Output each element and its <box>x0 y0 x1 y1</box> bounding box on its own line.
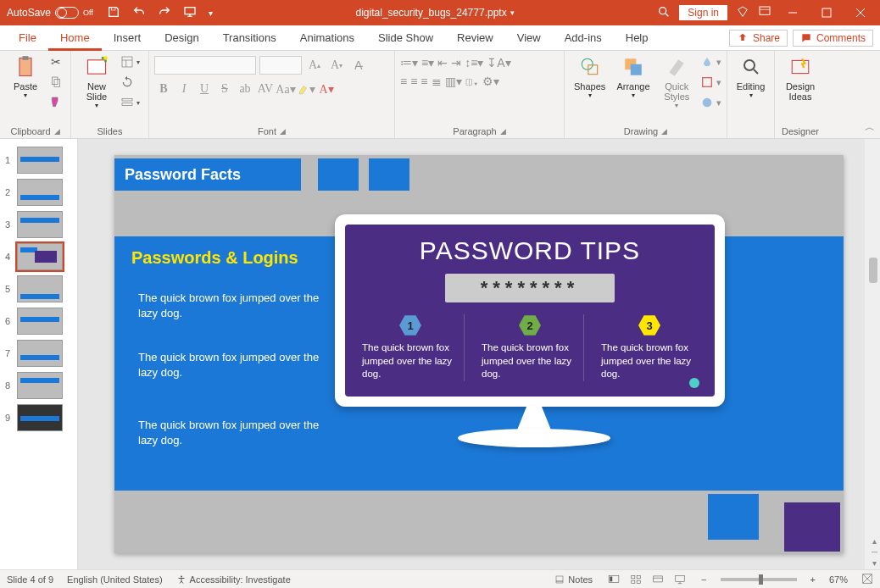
diamond-icon[interactable] <box>736 5 749 21</box>
thumbnail-slide[interactable]: 7 <box>0 337 77 369</box>
slide-thumbnails[interactable]: 123456789 <box>0 139 78 569</box>
thumbnail-slide[interactable]: 9 <box>0 402 77 434</box>
thumbnail-slide[interactable]: 6 <box>0 305 77 337</box>
align-text-icon[interactable]: ⎅▾ <box>465 75 479 88</box>
autosave-toggle[interactable]: AutoSave Off <box>7 7 93 19</box>
search-icon[interactable] <box>657 5 671 21</box>
sign-in-button[interactable]: Sign in <box>679 5 727 20</box>
slide-canvas-area[interactable]: Password Facts Passwords & Logins The qu… <box>78 139 880 569</box>
reset-button[interactable] <box>120 73 140 92</box>
save-icon[interactable] <box>107 5 120 21</box>
tab-view[interactable]: View <box>505 25 553 51</box>
char-spacing-button[interactable]: AV <box>256 80 275 98</box>
redo-icon[interactable] <box>158 5 171 21</box>
language-status[interactable]: English (United States) <box>67 574 163 585</box>
tab-home[interactable]: Home <box>48 25 102 51</box>
ribbon-mode-icon[interactable] <box>758 5 771 21</box>
thumbnail-slide[interactable]: 5 <box>0 273 77 305</box>
shadow-button[interactable]: ab <box>236 80 254 98</box>
indent-dec-icon[interactable]: ⇤ <box>437 56 448 69</box>
tab-addins[interactable]: Add-ins <box>553 25 614 51</box>
comments-button[interactable]: Comments <box>793 30 873 47</box>
reading-view-icon[interactable] <box>650 573 666 586</box>
tab-review[interactable]: Review <box>445 25 505 51</box>
shape-fill-button[interactable]: ▾ <box>700 53 721 71</box>
align-center-icon[interactable]: ≡ <box>410 75 417 88</box>
slide-paragraph[interactable]: The quick brown fox jumped over the lazy… <box>138 291 333 320</box>
zoom-in-icon[interactable]: + <box>810 574 816 585</box>
quick-styles-button[interactable]: Quick Styles▾ <box>657 53 697 109</box>
monitor-graphic[interactable]: PASSWORD TIPS ******** 1 The quick brown… <box>335 214 733 447</box>
font-color-button[interactable]: A▾ <box>317 80 336 98</box>
paragraph-launcher-icon[interactable]: ◢ <box>500 127 506 136</box>
zoom-out-icon[interactable]: − <box>701 574 706 585</box>
font-launcher-icon[interactable]: ◢ <box>280 127 286 136</box>
arrange-button[interactable]: Arrange▾ <box>613 53 653 99</box>
minimize-button[interactable] <box>780 3 805 23</box>
notes-button[interactable]: Notes <box>554 574 593 585</box>
shape-outline-button[interactable]: ▾ <box>700 73 721 92</box>
drawing-launcher-icon[interactable]: ◢ <box>661 127 667 136</box>
tab-insert[interactable]: Insert <box>102 25 153 51</box>
strike-button[interactable]: S <box>215 80 234 98</box>
slide-count[interactable]: Slide 4 of 9 <box>7 574 53 585</box>
editing-button[interactable]: Editing▾ <box>732 53 769 99</box>
clear-format-button[interactable]: A̶ <box>349 56 368 75</box>
scroll-down-icon[interactable]: ▾ <box>872 558 877 568</box>
columns-icon[interactable]: ▥▾ <box>445 75 462 88</box>
slide-subtitle[interactable]: Passwords & Logins <box>131 248 298 268</box>
numbering-icon[interactable]: ≡▾ <box>421 56 434 69</box>
fit-window-icon[interactable] <box>861 573 873 586</box>
thumbnail-slide[interactable]: 3 <box>0 208 77 241</box>
slide-paragraph[interactable]: The quick brown fox jumped over the lazy… <box>138 350 333 380</box>
change-case-button[interactable]: Aa▾ <box>276 80 295 98</box>
copy-button[interactable] <box>49 73 63 92</box>
title-dropdown-icon[interactable]: ▾ <box>510 8 515 17</box>
clipboard-launcher-icon[interactable]: ◢ <box>54 127 60 136</box>
justify-icon[interactable]: ≣ <box>432 75 442 88</box>
collapse-ribbon-icon[interactable]: ︿ <box>865 120 875 135</box>
line-spacing-icon[interactable]: ↕≡▾ <box>465 56 483 69</box>
smartart-icon[interactable]: ⚙▾ <box>482 75 499 88</box>
new-slide-button[interactable]: New Slide ▾ <box>76 53 117 109</box>
cut-button[interactable]: ✂ <box>49 53 63 71</box>
present-icon[interactable] <box>183 5 197 21</box>
font-name-field[interactable] <box>154 56 256 75</box>
align-right-icon[interactable]: ≡ <box>421 75 427 88</box>
slide-title-band[interactable]: Password Facts <box>114 158 301 191</box>
maximize-button[interactable] <box>814 3 839 23</box>
undo-icon[interactable] <box>132 5 146 21</box>
scrollbar-thumb[interactable] <box>869 258 877 283</box>
highlight-button[interactable]: ▾ <box>297 80 315 98</box>
thumbnail-slide[interactable]: 2 <box>0 176 77 208</box>
scroll-up-icon[interactable]: ▴ <box>872 536 877 546</box>
text-direction-icon[interactable]: ↧A▾ <box>487 56 510 69</box>
shapes-button[interactable]: Shapes▾ <box>570 53 610 99</box>
shape-effects-button[interactable]: ▾ <box>700 93 721 112</box>
slide-paragraph[interactable]: The quick brown fox jumped over the lazy… <box>138 418 333 447</box>
format-painter-button[interactable] <box>49 93 63 112</box>
tab-help[interactable]: Help <box>614 25 660 51</box>
tab-animations[interactable]: Animations <box>288 25 366 51</box>
layout-button[interactable]: ▾ <box>120 53 140 71</box>
section-button[interactable]: ▾ <box>120 93 140 112</box>
zoom-value[interactable]: 67% <box>829 574 848 585</box>
underline-button[interactable]: U <box>195 80 214 98</box>
tab-file[interactable]: File <box>7 25 48 51</box>
close-button[interactable] <box>848 3 873 23</box>
font-size-field[interactable] <box>259 56 302 75</box>
italic-button[interactable]: I <box>175 80 193 98</box>
tab-transitions[interactable]: Transitions <box>211 25 288 51</box>
bullets-icon[interactable]: ≔▾ <box>400 56 418 69</box>
thumbnail-slide[interactable]: 8 <box>0 369 77 402</box>
bold-button[interactable]: B <box>154 80 173 98</box>
tab-design[interactable]: Design <box>153 25 210 51</box>
design-ideas-button[interactable]: Design Ideas <box>780 53 821 102</box>
thumbnail-slide[interactable]: 1 <box>0 144 77 176</box>
thumbnail-slide[interactable]: 4 <box>0 241 77 273</box>
indent-inc-icon[interactable]: ⇥ <box>451 56 461 69</box>
slideshow-view-icon[interactable] <box>672 573 688 586</box>
tab-slideshow[interactable]: Slide Show <box>366 25 445 51</box>
zoom-slider[interactable] <box>721 578 797 581</box>
increase-font-button[interactable]: A▴ <box>305 56 324 75</box>
